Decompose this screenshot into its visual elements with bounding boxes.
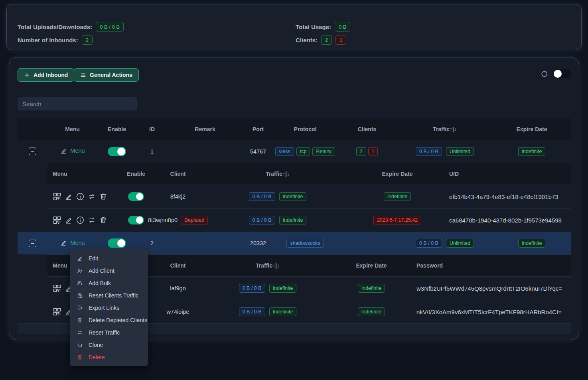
inbound-id: 2 [136, 240, 168, 246]
add-client-icon [77, 268, 83, 274]
header-traffic[interactable]: Traffic↑|↓ [206, 171, 349, 177]
reset-traffic-icon[interactable] [87, 192, 96, 201]
client-enable-toggle[interactable] [128, 192, 144, 201]
expire-badge: Indefinite [384, 192, 411, 201]
total-uploads-downloads-badge: 0 B / 0 B [96, 22, 124, 32]
refresh-icon[interactable] [540, 70, 549, 78]
menu-item-add-bulk[interactable]: Add Bulk [70, 277, 148, 289]
header-expire-date: Expire Date [492, 126, 571, 132]
client-password: w3NfbzUPf5WWd745Q8pvsmQrdrttT2IO6knuI7Di… [413, 285, 571, 292]
inbound-menu-button[interactable]: Menu [60, 239, 85, 246]
info-icon[interactable] [76, 192, 85, 201]
clients-depleted-badge: 1 [368, 147, 378, 156]
delete-icon[interactable] [99, 192, 108, 201]
traffic-limit-badge: Indefinite [269, 307, 297, 316]
expire-badge: Indefinite [518, 239, 546, 248]
menu-item-reset-clients-traffic[interactable]: Reset Clients Traffic [70, 289, 148, 301]
client-name: 8f4kj2 [150, 193, 206, 200]
dark-mode-toggle[interactable] [553, 69, 571, 78]
add-bulk-icon [77, 280, 83, 286]
header-expire-date: Expire Date [330, 262, 413, 269]
menu-item-delete[interactable]: Delete [70, 351, 148, 363]
header-expire-date: Expire Date [349, 171, 445, 177]
header-menu: Menu [47, 126, 97, 132]
edit-pencil-icon[interactable] [64, 192, 73, 201]
client-password: nkV/I/3XoAm9v6xMT/T5IcrF4TpeTKF98rHARbRo… [413, 309, 571, 315]
clients-subtable-1: Menu Enable Client Traffic↑|↓ Expire Dat… [47, 163, 571, 232]
transport-tag: tcp [296, 147, 310, 156]
header-protocol: Protocol [274, 126, 337, 132]
header-remark: Remark [168, 126, 243, 132]
inbounds-table-header: Menu Enable ID Remark Port Protocol Clie… [18, 118, 571, 140]
header-port: Port [243, 126, 274, 132]
client-uid: efb14b43-4a79-4e83-ef18-e48cf1901b73 [445, 193, 571, 200]
inbound-id: 1 [136, 148, 168, 155]
header-id: ID [136, 126, 168, 132]
client-enable-toggle[interactable] [128, 216, 144, 224]
traffic-limit-badge: Unlimited [446, 147, 474, 156]
header-client: Client [150, 262, 206, 269]
general-actions-label: General Actions [90, 72, 132, 78]
plus-icon [24, 72, 30, 78]
expire-badge: Indefinite [358, 284, 385, 293]
stat-label: Total Uploads/Downloads: [18, 24, 92, 30]
info-icon[interactable] [76, 216, 85, 224]
general-actions-button[interactable]: General Actions [74, 68, 139, 82]
search-input[interactable] [18, 97, 137, 110]
inbound-menu-button[interactable]: Menu [60, 147, 85, 155]
menu-item-clone[interactable]: Clone [70, 339, 148, 351]
add-inbound-label: Add Inbound [34, 72, 68, 78]
protocol-tag: vless [275, 147, 294, 156]
traffic-limit-badge: Indefinite [279, 192, 307, 201]
inbound-port: 54767 [243, 148, 274, 155]
edit-pencil-icon [60, 239, 67, 246]
traffic-limit-badge: Indefinite [279, 216, 307, 224]
header-enable: Enable [122, 171, 150, 177]
header-traffic[interactable]: Traffic↑|↓ [206, 262, 330, 269]
qr-code-icon[interactable] [53, 216, 61, 224]
security-tag: Reality [312, 147, 335, 156]
inbound-enable-toggle[interactable] [108, 147, 126, 156]
qr-code-icon[interactable] [53, 192, 61, 201]
traffic-limit-badge: Indefinite [269, 284, 297, 293]
stat-total-uploads-downloads: Total Uploads/Downloads: 0 B / 0 B [18, 22, 124, 32]
delete-icon [77, 354, 83, 360]
header-menu: Menu [47, 171, 122, 177]
client-uid: ca68470b-1940-437d-802b-1f9573e94598 [445, 217, 571, 224]
traffic-badge: 0 B / 0 B [416, 147, 442, 156]
expire-badge: 2023-5-7 17:25:42 [373, 216, 421, 224]
depleted-badge: Depleted [181, 216, 208, 224]
inbound-context-menu: Edit Add Client Add Bulk Reset Clients T… [70, 249, 148, 366]
stat-number-of-inbounds: Number of Inbounds: 2 [18, 35, 124, 45]
client-row: 8t3wjnn8p0 Depleted 0 B / 0 B Indefinite… [47, 208, 571, 232]
reset-traffic-icon[interactable] [87, 216, 96, 224]
edit-icon [77, 255, 83, 262]
collapse-row-button[interactable] [29, 240, 36, 247]
clients-depleted-badge: 1 [335, 35, 346, 45]
qr-code-icon[interactable] [53, 284, 61, 293]
edit-pencil-icon[interactable] [64, 216, 73, 224]
header-client: Client [150, 171, 206, 177]
clients-active-badge: 2 [321, 35, 332, 45]
header-traffic[interactable]: Traffic↑|↓ [397, 126, 492, 132]
traffic-badge: 0 B / 0 B [416, 239, 442, 248]
menu-item-edit[interactable]: Edit [70, 252, 148, 264]
menu-item-reset-traffic[interactable]: Reset Traffic [70, 326, 148, 339]
delete-icon[interactable] [99, 216, 108, 224]
traffic-badge: 0 B / 0 B [249, 192, 275, 201]
client-row: 8f4kj2 0 B / 0 B Indefinite Indefinite e… [47, 185, 571, 208]
hamburger-icon [80, 72, 86, 78]
menu-item-delete-depleted-clients[interactable]: Delete Depleted Clients [70, 314, 148, 326]
menu-item-export-links[interactable]: Export Links [70, 301, 148, 314]
collapse-row-button[interactable] [29, 148, 36, 155]
header-password: Password [413, 262, 571, 269]
menu-item-add-client[interactable]: Add Client [70, 264, 148, 277]
traffic-badge: 0 B / 0 B [239, 284, 265, 293]
qr-code-icon[interactable] [53, 307, 61, 316]
add-inbound-button[interactable]: Add Inbound [18, 68, 74, 82]
client-name: 8t3wjnn8p0 [148, 217, 178, 223]
inbound-enable-toggle[interactable] [108, 238, 126, 248]
stat-total-usage: Total Usage: 0 B [296, 22, 350, 32]
traffic-limit-badge: Unlimited [446, 239, 474, 248]
clients-active-badge: 2 [356, 147, 366, 156]
